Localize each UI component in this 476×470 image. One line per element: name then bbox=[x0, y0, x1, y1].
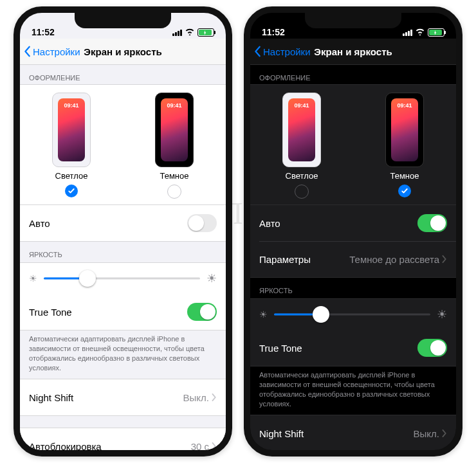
auto-group: Авто bbox=[20, 204, 226, 242]
auto-label: Авто bbox=[29, 218, 50, 229]
phone-light: 11:52 Настройки Экран и яркость ОФОРМЛЕН… bbox=[14, 6, 232, 456]
nav-bar: Настройки Экран и яркость bbox=[20, 39, 226, 65]
wifi-icon bbox=[185, 28, 195, 37]
chevron-icon bbox=[442, 428, 447, 439]
signal-icon bbox=[403, 30, 412, 36]
options-value: Темное до рассвета bbox=[349, 254, 439, 265]
back-button[interactable]: Настройки bbox=[24, 46, 80, 57]
options-row[interactable]: Параметры Темное до рассвета bbox=[250, 241, 456, 277]
nav-bar: Настройки Экран и яркость bbox=[250, 39, 456, 65]
wifi-icon bbox=[415, 28, 425, 37]
appearance-group: 09:41 Светлое 09:41 Темное bbox=[250, 84, 456, 206]
brightness-slider[interactable] bbox=[44, 269, 200, 287]
night-shift-label: Night Shift bbox=[259, 428, 304, 439]
appearance-label-light: Светлое bbox=[55, 171, 88, 181]
appearance-thumb-light: 09:41 bbox=[282, 93, 321, 167]
options-label: Параметры bbox=[259, 254, 311, 265]
true-tone-row: True Tone bbox=[20, 294, 226, 330]
battery-icon bbox=[197, 28, 214, 37]
true-tone-row: True Tone bbox=[250, 330, 456, 366]
night-shift-row[interactable]: Night Shift Выкл. bbox=[20, 379, 226, 415]
auto-row: Авто bbox=[20, 205, 226, 241]
true-tone-note: Автоматически адаптировать дисплей iPhon… bbox=[250, 366, 456, 415]
brightness-group: ☀︎ ☀︎ True Tone bbox=[20, 262, 226, 330]
brightness-row: ☀︎ ☀︎ bbox=[20, 263, 226, 294]
chevron-icon bbox=[212, 392, 217, 403]
true-tone-label: True Tone bbox=[29, 307, 72, 318]
back-label: Настройки bbox=[263, 46, 311, 57]
sun-small-icon: ☀︎ bbox=[259, 309, 268, 320]
appearance-thumb-dark: 09:41 bbox=[385, 93, 424, 167]
appearance-header: ОФОРМЛЕНИЕ bbox=[20, 65, 226, 86]
chevron-icon bbox=[212, 441, 217, 450]
nightshift-group: Night Shift Выкл. bbox=[20, 379, 226, 416]
brightness-group: ☀︎ ☀︎ True Tone bbox=[250, 298, 456, 366]
radio-light[interactable] bbox=[295, 185, 309, 199]
true-tone-switch[interactable] bbox=[187, 303, 217, 321]
auto-label: Авто bbox=[259, 218, 280, 229]
night-shift-value: Выкл. bbox=[183, 392, 209, 403]
chevron-icon bbox=[442, 254, 447, 265]
appearance-thumb-dark: 09:41 bbox=[155, 93, 194, 167]
true-tone-switch[interactable] bbox=[417, 339, 447, 357]
appearance-label-dark: Темное bbox=[390, 171, 419, 181]
appearance-option-dark[interactable]: 09:41 Темное bbox=[155, 93, 194, 199]
radio-dark[interactable] bbox=[167, 185, 181, 199]
brightness-header: ЯРКОСТЬ bbox=[20, 242, 226, 262]
radio-dark[interactable] bbox=[398, 185, 411, 197]
night-shift-label: Night Shift bbox=[29, 392, 73, 403]
auto-lock-label: Автоблокировка bbox=[29, 441, 102, 450]
auto-lock-row[interactable]: Автоблокировка 30 с bbox=[20, 428, 226, 450]
sun-large-icon: ☀︎ bbox=[206, 271, 217, 285]
appearance-option-dark[interactable]: 09:41 Темное bbox=[385, 93, 424, 199]
status-time: 11:52 bbox=[262, 27, 300, 37]
appearance-header: ОФОРМЛЕНИЕ bbox=[250, 65, 456, 86]
night-shift-row[interactable]: Night Shift Выкл. bbox=[250, 415, 456, 450]
appearance-label-dark: Темное bbox=[160, 171, 188, 181]
brightness-slider[interactable] bbox=[274, 305, 430, 323]
auto-lock-value: 30 с bbox=[191, 441, 209, 450]
auto-group: Авто Параметры Темное до рассвета bbox=[250, 204, 456, 278]
auto-switch[interactable] bbox=[417, 214, 447, 232]
appearance-group: 09:41 Светлое 09:41 Темное bbox=[20, 84, 226, 206]
nightshift-group: Night Shift Выкл. bbox=[250, 415, 456, 450]
appearance-option-light[interactable]: 09:41 Светлое bbox=[282, 93, 321, 199]
radio-light[interactable] bbox=[65, 185, 78, 197]
night-shift-value: Выкл. bbox=[414, 428, 439, 439]
lock-group: Автоблокировка 30 с Поднятие для активац… bbox=[20, 428, 226, 450]
auto-row: Авто bbox=[250, 205, 456, 241]
auto-switch[interactable] bbox=[187, 214, 217, 232]
status-bar: 11:52 bbox=[20, 13, 226, 39]
brightness-header: ЯРКОСТЬ bbox=[250, 278, 456, 298]
signal-icon bbox=[172, 30, 182, 36]
true-tone-note: Автоматически адаптировать дисплей iPhon… bbox=[20, 330, 226, 379]
sun-small-icon: ☀︎ bbox=[29, 273, 37, 284]
appearance-option-light[interactable]: 09:41 Светлое bbox=[52, 93, 91, 199]
true-tone-label: True Tone bbox=[259, 343, 302, 354]
status-time: 11:52 bbox=[32, 27, 70, 37]
back-label: Настройки bbox=[33, 46, 80, 57]
phone-dark: 11:52 Настройки Экран и яркость ОФОРМЛЕН… bbox=[244, 6, 462, 456]
battery-icon bbox=[428, 28, 444, 37]
status-bar: 11:52 bbox=[250, 13, 456, 39]
back-button[interactable]: Настройки bbox=[254, 46, 311, 57]
appearance-label-light: Светлое bbox=[286, 171, 318, 181]
sun-large-icon: ☀︎ bbox=[437, 307, 447, 321]
appearance-thumb-light: 09:41 bbox=[52, 93, 91, 167]
brightness-row: ☀︎ ☀︎ bbox=[250, 299, 456, 330]
